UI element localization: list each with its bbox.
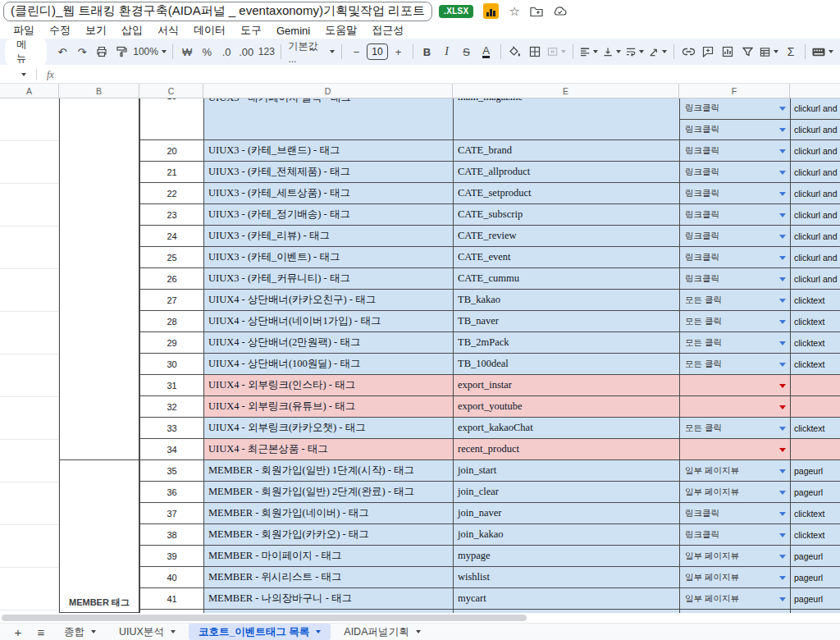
cell-variable[interactable]: clickurl and (791, 120, 840, 140)
cell-no[interactable]: 27 (139, 290, 203, 311)
cell-variable[interactable]: clickurl and (790, 268, 840, 290)
cell-event[interactable]: export_kakaoChat (453, 418, 679, 439)
currency-format-button[interactable]: ₩ (178, 42, 196, 62)
text-color-button[interactable]: A (482, 45, 490, 58)
cell-no[interactable]: 37 (139, 503, 203, 524)
cell-trigger-dropdown[interactable]: 모든 클릭 (679, 354, 790, 375)
cell-event[interactable]: CATE_event (453, 247, 679, 268)
dropdown-arrow-icon[interactable] (779, 192, 786, 196)
column-header-g[interactable] (790, 84, 840, 98)
cell-trigger-dropdown[interactable]: 링크클릭 (680, 98, 790, 120)
dropdown-arrow-icon[interactable] (779, 107, 786, 111)
dropdown-arrow-icon[interactable] (779, 277, 786, 281)
cell-tag[interactable]: UIUX4 - 외부링크(카카오챗) - 태그 (203, 418, 453, 439)
cell-variable[interactable]: pageurl (790, 546, 840, 567)
column-header-e[interactable]: E (453, 84, 679, 98)
column-header-a[interactable]: A (0, 84, 59, 98)
cell-variable[interactable]: clickurl and (791, 98, 840, 120)
cell-trigger-dropdown[interactable]: 모든 클릭 (679, 418, 790, 439)
cell-variable[interactable]: clicktext (790, 311, 840, 332)
column-a-empty[interactable] (0, 98, 59, 613)
cell-variable[interactable]: pageurl (790, 567, 840, 588)
borders-icon[interactable] (526, 42, 544, 62)
add-sheet-icon[interactable]: + (8, 625, 28, 639)
cell-variable[interactable]: clickurl andclickurl and (790, 98, 840, 140)
cell-tag[interactable]: UIUX3 - (카테_브랜드) - 태그 (203, 140, 453, 162)
cell-tag[interactable]: UIUX4 - 상단배너(2만원팩) - 태그 (203, 332, 453, 354)
xlsx-convert-icon[interactable] (483, 3, 499, 19)
menu-gemini[interactable]: Gemini (270, 24, 317, 38)
cell-tag[interactable]: UIUX3 - (카테_정기배송) - 태그 (203, 204, 453, 226)
cell-trigger-dropdown[interactable] (679, 439, 790, 460)
dropdown-arrow-icon[interactable] (779, 299, 786, 303)
increase-font-size-button[interactable]: + (390, 42, 408, 62)
cell-variable[interactable]: clicktext (790, 290, 840, 311)
cell-tag[interactable]: MEMBER - 마이페이지 - 태그 (203, 546, 453, 567)
column-header-f[interactable]: F (679, 84, 790, 98)
cell-event[interactable]: recent_product (453, 439, 679, 460)
cell-no[interactable]: 33 (139, 418, 203, 439)
sheet-tab-1[interactable]: UIUX분석 (109, 624, 185, 640)
vertical-align-icon[interactable] (601, 42, 623, 62)
cell-event[interactable]: wishlist (453, 567, 679, 588)
menu-help[interactable]: 도움말 (318, 22, 363, 39)
cell-variable[interactable]: pageurl (790, 588, 840, 610)
print-icon[interactable] (93, 42, 111, 62)
dropdown-arrow-icon[interactable] (779, 491, 786, 495)
cell-tag[interactable]: MEMBER - 회원가입(일반) 2단계(완료) - 태그 (203, 482, 453, 503)
document-title[interactable]: (클린디)_웹 트래킹 환경구축(AIDA퍼널 _ eventaxonomy)기… (3, 2, 432, 21)
cell-trigger-dropdown[interactable]: 링크클릭 (679, 183, 790, 204)
cell-trigger-dropdown[interactable]: 일부 페이지뷰 (679, 546, 790, 567)
cell-variable[interactable]: clickurl and (790, 204, 840, 226)
cell-tag[interactable]: UIUX4 - 외부링크(인스타) - 태그 (203, 375, 453, 396)
cell-trigger-dropdown[interactable]: 링크클릭 (679, 503, 790, 524)
cell-variable[interactable] (790, 396, 840, 418)
dropdown-arrow-icon[interactable] (779, 171, 786, 175)
cell-no[interactable]: 35 (139, 460, 203, 482)
move-folder-icon[interactable] (530, 6, 543, 17)
dropdown-arrow-icon[interactable] (779, 320, 786, 324)
cell-event[interactable]: join_naver (453, 503, 679, 524)
cell-event[interactable]: TB_100deal (453, 354, 679, 375)
menu-view[interactable]: 보기 (79, 22, 113, 39)
cell-no[interactable]: 30 (139, 354, 203, 375)
cell-trigger-dropdown[interactable]: 링크클릭 (679, 524, 790, 546)
cell-event[interactable]: CATE_allproduct (453, 162, 679, 183)
cell-trigger-dropdown[interactable] (679, 396, 790, 418)
cell-trigger-dropdown[interactable]: 일부 페이지뷰 (679, 482, 790, 503)
font-size-input[interactable]: 10 (367, 43, 387, 60)
cell-tag[interactable]: UIUX3 - (카테_전체제품) - 태그 (203, 162, 453, 183)
cell-no[interactable]: 41 (139, 588, 203, 610)
cell-trigger-dropdown[interactable]: 일부 페이지뷰 (679, 567, 790, 588)
more-formats-button[interactable]: 123 (257, 42, 276, 62)
cell-variable[interactable]: clicktext (790, 332, 840, 354)
dropdown-arrow-icon[interactable] (779, 405, 786, 409)
cell-tag[interactable]: UIUX4 - 상단배너(카카오친구) - 태그 (203, 290, 453, 311)
text-wrap-icon[interactable] (624, 42, 646, 62)
dropdown-arrow-icon[interactable] (779, 448, 786, 452)
cell-tag[interactable]: UIUX4 - 최근본상품 - 태그 (203, 439, 453, 460)
cell-no[interactable]: 22 (139, 183, 203, 204)
cell-no[interactable]: 28 (139, 311, 203, 332)
cell-tag[interactable]: UIUX3 - (카테_세트상품) - 태그 (203, 183, 453, 204)
cell-variable[interactable]: pageurl (790, 460, 840, 482)
menu-accessibility[interactable]: 접근성 (365, 22, 410, 39)
cell-no[interactable]: 21 (139, 162, 203, 183)
column-header-c[interactable]: C (139, 84, 203, 98)
menu-format[interactable]: 서식 (151, 22, 185, 39)
cell-trigger-dropdown[interactable]: 링크클릭 (679, 226, 790, 247)
functions-sum-button[interactable]: Σ (782, 42, 800, 62)
redo-icon[interactable]: ↷ (73, 42, 91, 62)
decrease-decimal-button[interactable]: .0 (217, 42, 235, 62)
insert-comment-icon[interactable] (699, 42, 717, 62)
cell-event[interactable]: CATE_subscrip (453, 204, 679, 226)
dropdown-arrow-icon[interactable] (779, 533, 786, 537)
sheet-tab-3[interactable]: AIDA퍼널기획 (334, 624, 430, 640)
cell-event[interactable]: export_youtube (453, 396, 679, 418)
menu-data[interactable]: 데이터 (187, 22, 232, 39)
cell-tag[interactable]: UIUX4 - 상단배너(네이버1가입) - 태그 (203, 311, 453, 332)
all-sheets-icon[interactable]: ≡ (31, 625, 51, 639)
cell-event[interactable]: CATE_brand (453, 140, 679, 162)
cell-variable[interactable]: clickurl and (790, 162, 840, 183)
bold-button[interactable]: B (418, 42, 436, 62)
